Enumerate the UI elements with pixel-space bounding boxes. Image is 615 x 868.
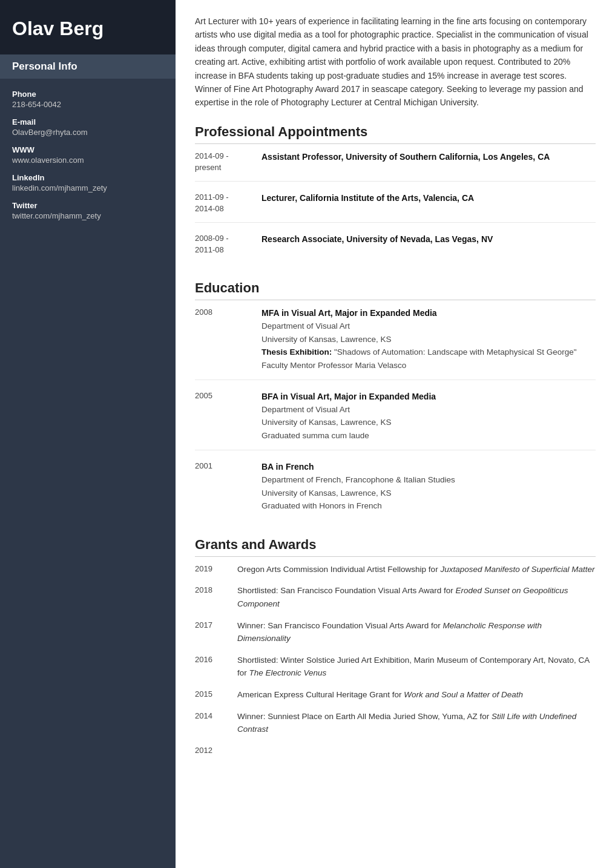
award-entry-2: 2018 Shortlisted: San Francisco Foundati…	[195, 584, 596, 610]
education-sub-1d: Faculty Mentor Professor Maria Velasco	[261, 359, 596, 372]
award-year-7: 2012	[195, 745, 237, 757]
education-sub-2a: Department of Visual Art	[261, 403, 596, 416]
award-year-6: 2014	[195, 710, 237, 723]
award-entry-4: 2016 Shortlisted: Winter Solstice Juried…	[195, 654, 596, 680]
linkedin-label: LinkedIn	[12, 173, 163, 182]
appointment-date-1: 2014-09 -present	[195, 150, 261, 174]
summary-text: Art Lecturer with 10+ years of experienc…	[195, 15, 596, 110]
education-year-1: 2008	[195, 306, 261, 372]
award-text-5: American Express Cultural Heritage Grant…	[237, 688, 596, 702]
education-sub-3a: Department of French, Francophone & Ital…	[261, 473, 596, 487]
education-degree-1: MFA in Visual Art, Major in Expanded Med…	[261, 308, 437, 318]
email-value: OlavBerg@rhyta.com	[12, 128, 163, 137]
award-year-4: 2016	[195, 654, 237, 666]
sidebar: Olav Berg Personal Info Phone 218-654-00…	[0, 0, 176, 868]
appointment-title-1: Assistant Professor, University of South…	[261, 152, 550, 162]
appointment-entry-3: 2008-09 -2011-08 Research Associate, Uni…	[195, 232, 596, 263]
education-sub-1b: University of Kansas, Lawrence, KS	[261, 333, 596, 346]
award-text-4: Shortlisted: Winter Solstice Juried Art …	[237, 654, 596, 680]
award-text-1: Oregon Arts Commission Individual Artist…	[237, 563, 596, 576]
linkedin-value: linkedin.com/mjhamm_zety	[12, 183, 163, 192]
awards-title: Grants and Awards	[195, 537, 596, 557]
appointment-title-3: Research Associate, University of Nevada…	[261, 234, 493, 244]
www-value: www.olaversion.com	[12, 156, 163, 165]
personal-info-content: Phone 218-654-0042 E-mail OlavBerg@rhyta…	[0, 84, 176, 235]
www-label: WWW	[12, 145, 163, 154]
twitter-field: Twitter twitter.com/mjhamm_zety	[12, 201, 163, 220]
education-section: Education 2008 MFA in Visual Art, Major …	[195, 280, 596, 520]
education-degree-2: BFA in Visual Art, Major in Expanded Med…	[261, 392, 436, 401]
award-entry-6: 2014 Winner: Sunniest Place on Earth All…	[195, 710, 596, 736]
education-sub-1a: Department of Visual Art	[261, 320, 596, 333]
personal-info-title: Personal Info	[0, 54, 176, 79]
appointment-entry-1: 2014-09 -present Assistant Professor, Un…	[195, 150, 596, 182]
education-body-3: BA in French Department of French, Franc…	[261, 460, 596, 513]
award-text-2: Shortlisted: San Francisco Foundation Vi…	[237, 584, 596, 610]
twitter-label: Twitter	[12, 201, 163, 210]
education-sub-3b: University of Kansas, Lawrence, KS	[261, 487, 596, 500]
phone-value: 218-654-0042	[12, 100, 163, 109]
appointment-entry-2: 2011-09 -2014-08 Lecturer, California In…	[195, 191, 596, 223]
education-sub-2c: Graduated summa cum laude	[261, 429, 596, 442]
award-entry-7: 2012	[195, 745, 596, 757]
linkedin-field: LinkedIn linkedin.com/mjhamm_zety	[12, 173, 163, 192]
appointment-title-2: Lecturer, California Institute of the Ar…	[261, 193, 474, 203]
education-sub-1c: Thesis Exhibition: "Shadows of Automatio…	[261, 346, 596, 359]
awards-section: Grants and Awards 2019 Oregon Arts Commi…	[195, 537, 596, 757]
name-section: Olav Berg	[0, 0, 176, 54]
award-year-1: 2019	[195, 563, 237, 576]
appointment-body-2: Lecturer, California Institute of the Ar…	[261, 191, 596, 215]
education-sub-3c: Graduated with Honors in French	[261, 499, 596, 513]
award-year-5: 2015	[195, 688, 237, 701]
appointments-title: Professional Appointments	[195, 124, 596, 144]
candidate-name: Olav Berg	[12, 17, 163, 40]
award-text-6: Winner: Sunniest Place on Earth All Medi…	[237, 710, 596, 736]
education-year-2: 2005	[195, 390, 261, 442]
main-content: Art Lecturer with 10+ years of experienc…	[176, 0, 615, 868]
award-entry-5: 2015 American Express Cultural Heritage …	[195, 688, 596, 702]
education-entry-2: 2005 BFA in Visual Art, Major in Expande…	[195, 390, 596, 450]
award-entry-1: 2019 Oregon Arts Commission Individual A…	[195, 563, 596, 576]
email-label: E-mail	[12, 117, 163, 127]
email-field: E-mail OlavBerg@rhyta.com	[12, 117, 163, 137]
education-sub-2b: University of Kansas, Lawrence, KS	[261, 416, 596, 429]
award-year-2: 2018	[195, 584, 237, 597]
award-entry-3: 2017 Winner: San Francisco Foundation Vi…	[195, 619, 596, 645]
appointment-body-1: Assistant Professor, University of South…	[261, 150, 596, 174]
appointments-section: Professional Appointments 2014-09 -prese…	[195, 124, 596, 263]
education-body-2: BFA in Visual Art, Major in Expanded Med…	[261, 390, 596, 442]
award-text-3: Winner: San Francisco Foundation Visual …	[237, 619, 596, 645]
appointment-body-3: Research Associate, University of Nevada…	[261, 232, 596, 256]
www-field: WWW www.olaversion.com	[12, 145, 163, 165]
appointment-date-2: 2011-09 -2014-08	[195, 191, 261, 215]
education-entry-3: 2001 BA in French Department of French, …	[195, 460, 596, 520]
education-body-1: MFA in Visual Art, Major in Expanded Med…	[261, 306, 596, 372]
phone-field: Phone 218-654-0042	[12, 90, 163, 109]
education-title: Education	[195, 280, 596, 300]
education-degree-3: BA in French	[261, 462, 314, 472]
phone-label: Phone	[12, 90, 163, 99]
education-entry-1: 2008 MFA in Visual Art, Major in Expande…	[195, 306, 596, 380]
twitter-value: twitter.com/mjhamm_zety	[12, 211, 163, 220]
education-year-3: 2001	[195, 460, 261, 513]
appointment-date-3: 2008-09 -2011-08	[195, 232, 261, 256]
award-year-3: 2017	[195, 619, 237, 632]
